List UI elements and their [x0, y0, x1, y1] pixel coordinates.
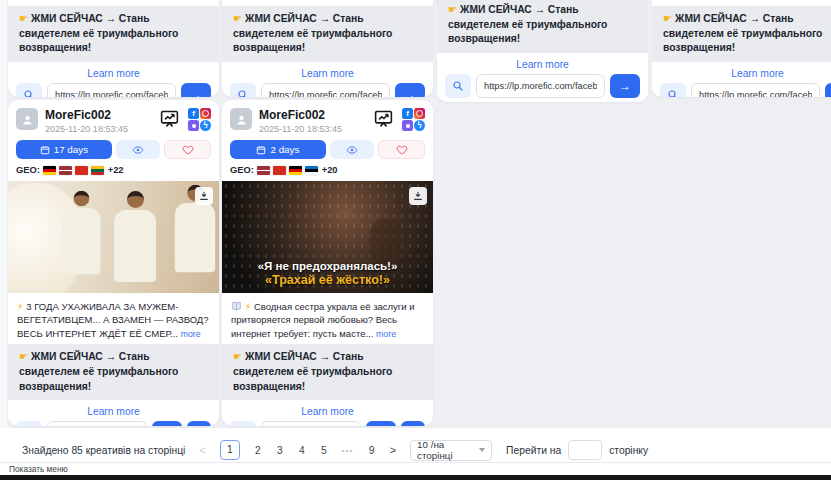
days-active-button[interactable]: 2 days	[230, 140, 326, 159]
search-button[interactable]	[230, 421, 256, 426]
geo-label: GEO:	[16, 165, 40, 175]
learn-more-link[interactable]: Learn more	[222, 406, 433, 417]
page-4[interactable]: 4	[298, 445, 306, 456]
ad-spy-results-page: ☛ ЖМИ СЕЙЧАС → Стань свидетелем её триум…	[0, 0, 831, 480]
landing-url-input[interactable]	[261, 421, 361, 426]
presentation-board-icon	[158, 108, 181, 129]
open-url-button[interactable]: →	[610, 74, 640, 98]
url-row: →	[222, 83, 433, 97]
arrow-right-icon: →	[190, 88, 202, 97]
pointing-hand-icon: ☛	[233, 13, 242, 24]
person-icon	[21, 113, 34, 126]
download-icon	[413, 191, 423, 201]
cta-quote-box: ☛ ЖМИ СЕЙЧАС → Стань свидетелем её триум…	[222, 6, 433, 62]
geo-flag	[75, 166, 88, 175]
book-icon	[231, 301, 242, 311]
page-1[interactable]: 1	[220, 440, 240, 460]
geo-flag	[273, 166, 286, 175]
goto-page-input[interactable]	[568, 440, 602, 460]
page-5[interactable]: 5	[320, 445, 328, 456]
url-row: →	[437, 74, 648, 102]
card-header: MoreFic002 2025-11-20 18:53:45 f ϟ	[8, 100, 219, 138]
cta-text: ЖМИ СЕЙЧАС → Стань свидетелем её триумфа…	[19, 13, 178, 53]
geo-flag	[305, 166, 318, 175]
cta-quote-box: ☛ ЖМИ СЕЙЧАС → Стань свидетелем её триум…	[8, 6, 219, 62]
learn-more-link[interactable]: Learn more	[222, 68, 433, 79]
audience-network-icon	[402, 120, 413, 131]
more-link[interactable]: more	[376, 329, 396, 339]
pages-ellipsis[interactable]: •••	[342, 447, 354, 454]
cta-quote-box: ☛ ЖМИ СЕЙЧАС → Стань свидетелем её триум…	[652, 6, 831, 62]
learn-more-link[interactable]: Learn more	[8, 406, 219, 417]
landing-url-input[interactable]	[47, 83, 176, 97]
ad-body-text: ⚡ Сводная сестра украла её заслуги и при…	[222, 293, 433, 344]
favorite-button[interactable]	[378, 140, 425, 159]
search-button[interactable]	[445, 74, 471, 98]
favorite-button[interactable]	[164, 140, 211, 159]
search-button[interactable]	[16, 83, 42, 97]
search-button[interactable]	[230, 83, 256, 97]
cta-quote-box: ☛ ЖМИ СЕЙЧАС → Стань свидетелем её триум…	[8, 344, 219, 400]
show-menu-bar[interactable]: Показать меню	[0, 462, 831, 475]
cta-text: ЖМИ СЕЙЧАС → Стань свидетелем её триумфа…	[448, 4, 607, 44]
image-caption: «Я не предохранялась!» «Трахай её жёстко…	[222, 260, 433, 287]
landing-url-input[interactable]	[261, 83, 390, 97]
open-url-button[interactable]: →	[825, 83, 831, 97]
learn-more-link[interactable]: Learn more	[8, 68, 219, 79]
url-row: →	[8, 421, 219, 426]
learn-more-link[interactable]: Learn more	[652, 68, 831, 79]
download-image-button[interactable]	[195, 187, 213, 205]
cta-text: ЖМИ СЕЙЧАС → Стань свидетелем её триумфа…	[233, 13, 392, 53]
geo-flag	[289, 166, 302, 175]
landing-url-input[interactable]	[476, 74, 605, 98]
download-image-button[interactable]	[409, 187, 427, 205]
search-button[interactable]	[16, 421, 42, 426]
caption-line-1: «Я не предохранялась!»	[222, 260, 433, 272]
calendar-icon	[40, 145, 50, 155]
ad-card-1: MoreFic002 2025-11-20 18:53:45 f ϟ 17 da…	[8, 100, 219, 426]
eye-icon	[346, 144, 358, 156]
ad-card-top-4: ☛ ЖМИ СЕЙЧАС → Стань свидетелем её триум…	[652, 0, 831, 97]
page-2[interactable]: 2	[254, 445, 262, 456]
open-url-button[interactable]: →	[181, 83, 211, 97]
placement-icons: f ϟ	[188, 108, 211, 131]
days-active-button[interactable]: 17 days	[16, 140, 112, 159]
page-size-select[interactable]: 10 /на сторінці	[410, 440, 492, 461]
url-row: →	[652, 83, 831, 97]
avatar	[230, 108, 252, 130]
zap-icon: ⚡	[245, 301, 252, 312]
learn-more-link[interactable]: Learn more	[437, 59, 648, 70]
download-button[interactable]	[187, 421, 211, 426]
landing-url-input[interactable]	[47, 421, 147, 426]
open-url-button[interactable]: →	[395, 83, 425, 97]
search-button[interactable]	[660, 83, 686, 97]
goto-page-group: Перейти на сторінку	[506, 440, 648, 460]
advertiser-name: MoreFic002	[259, 108, 372, 122]
heart-icon	[396, 144, 408, 156]
ad-creative-image: «Я не предохранялась!» «Трахай её жёстко…	[222, 181, 433, 293]
page-9[interactable]: 9	[368, 445, 376, 456]
download-button[interactable]	[401, 421, 425, 426]
next-page-button[interactable]: >	[390, 444, 396, 456]
preview-button[interactable]	[330, 140, 375, 159]
days-label: 2 days	[270, 144, 299, 155]
search-icon	[667, 89, 679, 97]
pointing-hand-icon: ☛	[19, 351, 28, 362]
open-url-button[interactable]: →	[152, 421, 182, 426]
geo-more-count: +22	[108, 165, 124, 175]
ad-body-text: ⚡ 3 ГОДА УХАЖИВАЛА ЗА МУЖЕМ-ВЕГЕТАТИВЦЕМ…	[8, 293, 219, 344]
page-3[interactable]: 3	[276, 445, 284, 456]
messenger-icon: ϟ	[414, 120, 425, 131]
landing-url-input[interactable]	[691, 83, 820, 97]
arrow-right-icon: →	[619, 79, 631, 93]
cta-quote-box: ☛ ЖМИ СЕЙЧАС → Стань свидетелем её триум…	[222, 344, 433, 400]
ad-datetime: 2025-11-20 18:53:45	[259, 124, 372, 134]
facebook-icon: f	[188, 108, 199, 119]
prev-page-button[interactable]: <	[199, 444, 205, 456]
instagram-icon	[414, 108, 425, 119]
open-url-button[interactable]: →	[366, 421, 396, 426]
card-header: MoreFic002 2025-11-20 18:53:45 f ϟ	[222, 100, 433, 138]
more-link[interactable]: more	[181, 329, 201, 339]
preview-button[interactable]	[116, 140, 161, 159]
presentation-board-icon	[372, 108, 395, 129]
